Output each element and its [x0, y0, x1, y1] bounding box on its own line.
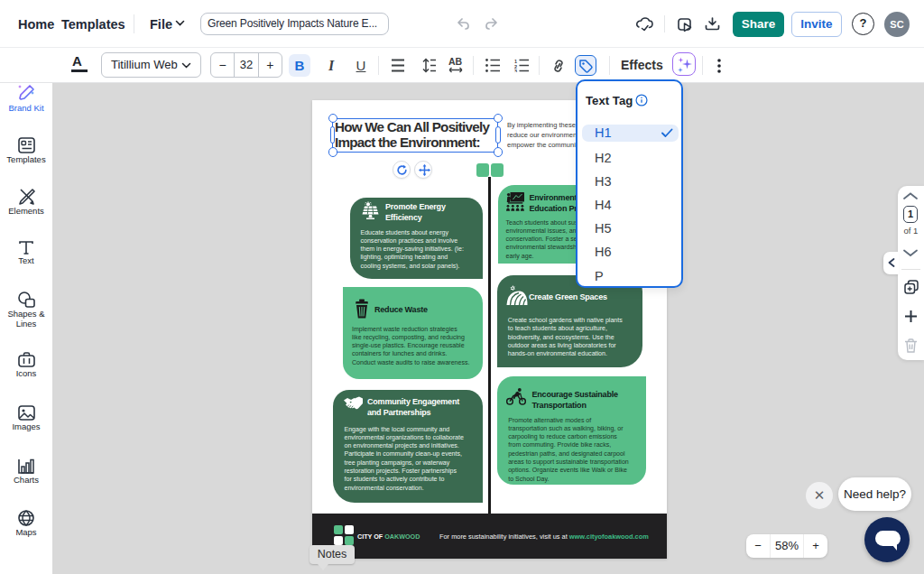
svg-text:3: 3: [514, 69, 517, 72]
svg-text:AB: AB: [448, 57, 463, 67]
